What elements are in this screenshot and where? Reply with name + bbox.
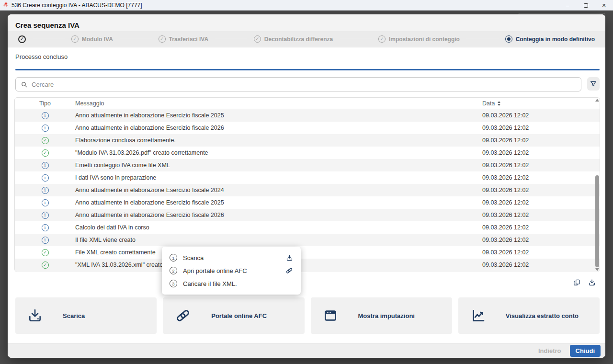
step-decontabilizza[interactable]: ✓ Decontabilizza differenza [254,35,333,43]
chart-icon [470,308,486,323]
step-conteggia-definitivo[interactable]: Conteggia in modo definitivo [505,35,595,43]
scrollbar-thumb[interactable] [595,175,599,267]
sort-icon [498,101,500,106]
table-row[interactable]: Anno attualmente in elaborazione Eserciz… [15,209,600,221]
table-row[interactable]: Anno attualmente in elaborazione Eserciz… [15,184,600,196]
row-date: 09.03.2026 12:02 [482,137,600,144]
chiudi-button[interactable]: Chiudi [570,345,601,357]
table-row[interactable]: File XML creato correttamente 09.03.2026… [15,246,600,259]
table-row[interactable]: Anno attualmente in elaborazione Eserciz… [15,196,600,209]
crea-sequenza-iva-dialog: Crea sequenza IVA ✓ ✓ Modulo IVA ✓ Trasf… [8,14,605,358]
header-messaggio[interactable]: Messaggio [75,100,482,107]
screen: 536 Creare conteggio IVA - ABACUS-DEMO [… [0,0,613,364]
link-icon [175,307,191,324]
message-table: Tipo Messaggio Data Anno attualmente in … [14,97,600,272]
row-type-icon [42,249,49,256]
row-type-icon [42,262,49,269]
row-message: Anno attualmente in elaborazione Eserciz… [75,199,482,206]
link-icon[interactable] [285,267,293,274]
search-box [15,77,581,91]
scarica-card-button[interactable]: Scarica [15,297,157,334]
popup-item-caricare-xml[interactable]: 3 Caricare il file XML. [170,278,293,289]
search-input[interactable] [32,81,576,88]
maximize-button[interactable] [577,0,595,11]
table-row[interactable]: Calcolo dei dati IVA in corso 09.03.2026… [15,221,600,234]
download-log-button[interactable] [588,278,596,287]
step-start[interactable]: ✓ [18,35,26,43]
header-data[interactable]: Data [482,100,600,107]
download-icon [27,308,43,323]
row-type-icon [42,187,49,194]
table-scrollbar[interactable] [595,99,600,271]
portale-online-afc-card-button[interactable]: Portale online AFC [163,297,304,334]
table-row[interactable]: Anno attualmente in elaborazione Eserciz… [15,122,600,134]
row-type-icon [42,149,49,157]
row-message: Emetti conteggio IVA come file XML [75,162,482,169]
radio-active-icon [505,35,512,43]
step-modulo-iva[interactable]: ✓ Modulo IVA [71,35,113,43]
row-date: 09.03.2026 12:02 [482,224,600,231]
row-type-icon [42,237,49,244]
row-type-icon [42,212,49,219]
indietro-button[interactable]: Indietro [538,347,561,354]
row-message: Anno attualmente in elaborazione Eserciz… [75,187,482,193]
row-date: 09.03.2026 12:02 [482,125,600,131]
step-connector [33,39,65,39]
table-row[interactable]: Elaborazione conclusa correttamente. 09.… [15,134,600,147]
table-row[interactable]: I dati IVA sono in preparazione 09.03.20… [15,171,600,184]
row-message: Anno attualmente in elaborazione Eserciz… [75,125,482,131]
step-connector [466,39,499,39]
row-date: 09.03.2026 12:02 [482,199,600,206]
next-steps-popup: 1 Scarica 2 Apri portale online AFC [162,247,301,295]
row-date: 09.03.2026 12:02 [482,237,600,243]
number-1-icon: 1 [170,254,177,262]
scroll-up-arrow-icon[interactable] [595,99,599,102]
check-circle-icon: ✓ [71,35,79,43]
step-connector [340,39,372,39]
row-message: Anno attualmente in elaborazione Eserciz… [75,212,482,218]
copy-log-button[interactable] [573,278,581,287]
dialog-title: Crea sequenza IVA [15,21,79,29]
row-type-icon [42,199,49,206]
scroll-down-arrow-icon[interactable] [595,268,599,271]
table-row[interactable]: Emetti conteggio IVA come file XML 09.03… [15,159,600,171]
os-titlebar: 536 Creare conteggio IVA - ABACUS-DEMO [… [0,0,613,11]
header-tipo[interactable]: Tipo [15,100,75,107]
filter-funnel-icon [590,80,597,88]
table-header: Tipo Messaggio Data [15,98,600,109]
close-window-button[interactable]: ✕ [595,0,613,11]
row-type-icon [42,224,49,231]
table-row[interactable]: "Modulo IVA 31.03.2026.pdf" creato corre… [15,147,600,159]
check-circle-icon: ✓ [18,35,26,43]
check-circle-icon: ✓ [159,35,166,43]
dialog-content: Processo concluso [8,47,605,343]
table-row[interactable]: "XML IVA 31.03.2026.xml" creato corretta… [15,259,600,271]
row-type-icon [42,137,49,144]
check-circle-icon: ✓ [254,35,261,43]
check-circle-icon: ✓ [378,35,386,43]
row-date: 09.03.2026 12:02 [482,212,600,218]
row-type-icon [42,112,49,119]
search-icon [21,81,28,88]
row-type-icon [42,125,49,132]
step-trasferisci-iva[interactable]: ✓ Trasferisci IVA [159,35,209,43]
popup-item-scarica[interactable]: 1 Scarica [170,252,293,263]
abacus-logo-icon [3,2,9,8]
action-cards: Scarica Portale online AFC [15,297,600,334]
number-2-icon: 2 [170,267,177,274]
row-message: Calcolo dei dati IVA in corso [75,224,482,231]
window-title: 536 Creare conteggio IVA - ABACUS-DEMO [… [11,2,142,9]
download-icon [588,279,596,286]
restore-icon [584,3,588,8]
table-row[interactable]: Anno attualmente in elaborazione Eserciz… [15,109,600,122]
row-type-icon [42,162,49,169]
number-3-icon: 3 [170,280,177,287]
step-impostazioni[interactable]: ✓ Impostazioni di conteggio [378,35,460,43]
visualizza-estratto-conto-card-button[interactable]: Visualizza estratto conto [458,297,600,334]
filter-button[interactable] [587,77,600,91]
download-icon[interactable] [286,254,293,262]
popup-item-apri-portale[interactable]: 2 Apri portale online AFC [170,265,293,276]
table-row[interactable]: Il file XML viene creato 09.03.2026 12:0… [15,234,600,246]
mostra-imputazioni-card-button[interactable]: Mostra imputazioni [311,297,452,334]
minimize-button[interactable]: – [558,0,577,11]
